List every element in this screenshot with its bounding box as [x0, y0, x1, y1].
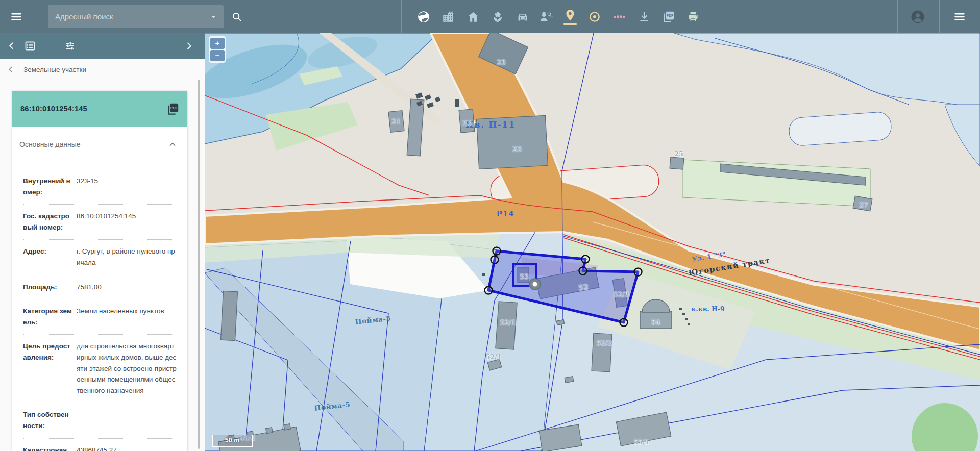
field-row: Тип собственности:	[23, 403, 178, 438]
download-tool-button[interactable]	[634, 6, 654, 28]
toolbar-divider	[897, 0, 898, 33]
globe-icon	[417, 10, 430, 23]
target-tool-button[interactable]	[584, 6, 605, 28]
field-label: Гос. кадастровый номер:	[23, 211, 72, 233]
field-value: 86:10:0101254:145	[77, 211, 178, 233]
sidebar-header	[0, 33, 205, 59]
map-zoom-control: + −	[209, 36, 226, 63]
city-tool-button[interactable]	[438, 6, 458, 28]
field-value	[77, 409, 178, 431]
field-rows: Внутренний номер:323-15 Гос. кадастровый…	[12, 156, 187, 451]
field-label: Кадастровая стоимость:	[23, 445, 72, 451]
toolbar-divider	[401, 0, 402, 33]
field-row: Внутренний номер:323-15	[23, 169, 178, 205]
download-icon	[638, 10, 651, 23]
map-pin-icon	[564, 9, 577, 22]
search-icon	[231, 11, 242, 22]
home-tool-button[interactable]	[463, 6, 483, 28]
breadcrumb[interactable]: Земельные участки	[0, 59, 205, 73]
staff-tool-button[interactable]	[536, 6, 556, 28]
transport-tool-button[interactable]	[512, 6, 533, 28]
svg-text:PDF: PDF	[667, 14, 673, 17]
chevron-up-icon	[168, 140, 177, 149]
parcel-card-header: 86:10:0101254:145 PDF	[12, 91, 187, 127]
address-search-input[interactable]: Адресный поиск	[48, 5, 224, 28]
place-tool-button-active[interactable]	[560, 6, 580, 28]
field-label: Адрес:	[23, 246, 72, 268]
pdf-export-tool-button[interactable]: PDF	[658, 6, 679, 28]
cadastral-map	[205, 33, 980, 451]
field-label: Площадь:	[23, 282, 72, 293]
chevron-right-icon	[184, 40, 195, 52]
section-main-data[interactable]: Основные данные	[12, 127, 187, 156]
map-point-marker-center	[533, 282, 537, 287]
field-row: Гос. кадастровый номер:86:10:0101254:145	[23, 205, 178, 240]
top-toolbar: Адресный поиск	[0, 0, 980, 33]
field-value: 43868745,27	[77, 445, 178, 451]
pdf-file-icon: PDF	[662, 10, 675, 23]
chevron-left-icon	[7, 65, 15, 73]
search-placeholder: Адресный поиск	[55, 12, 208, 21]
field-label: Категория земель:	[23, 306, 72, 328]
account-button[interactable]	[908, 6, 928, 28]
zoom-out-button[interactable]: −	[210, 50, 225, 61]
map-scale-bar: 50 m	[212, 435, 253, 447]
city-buildings-icon	[442, 10, 455, 23]
more-tools-button[interactable]	[609, 6, 630, 28]
svg-text:PDF: PDF	[170, 106, 178, 109]
field-value: 323-15	[77, 176, 178, 197]
breadcrumb-label: Земельные участки	[23, 66, 86, 73]
globe-tool-button[interactable]	[413, 6, 434, 28]
field-row: Адрес:г. Сургут, в районе нулевого прича…	[23, 240, 178, 275]
main-menu-button[interactable]	[6, 6, 27, 28]
toolbar-divider	[939, 0, 940, 33]
list-icon	[24, 40, 36, 52]
target-icon	[588, 10, 601, 23]
panel-filter-button[interactable]	[61, 38, 79, 54]
section-title: Основные данные	[19, 140, 166, 148]
panel-back-button[interactable]	[3, 38, 20, 54]
field-value: 7581,00	[77, 282, 178, 293]
hamburger-icon	[953, 10, 966, 23]
zoom-in-button[interactable]: +	[210, 38, 225, 49]
ellipsis-dots-icon	[612, 10, 627, 23]
toolbar-divider	[32, 0, 32, 33]
tune-sliders-icon	[64, 40, 76, 52]
print-tool-button[interactable]	[683, 6, 703, 28]
flower-icon	[491, 10, 504, 23]
panel-list-button[interactable]	[21, 38, 39, 54]
sidebar-scrollbar[interactable]	[198, 80, 200, 449]
pdf-file-icon: PDF	[166, 102, 180, 116]
right-menu-button[interactable]	[949, 6, 970, 28]
search-button[interactable]	[227, 6, 247, 28]
field-value: для строительства многоквартирных жилых …	[77, 341, 178, 396]
field-label: Внутренний номер:	[23, 176, 72, 197]
engineer-icon	[539, 10, 553, 23]
account-icon	[910, 9, 925, 24]
field-row: Площадь:7581,00	[23, 275, 178, 300]
chevron-down-icon[interactable]	[208, 12, 218, 22]
parcel-cadastral-number: 86:10:0101254:145	[20, 105, 164, 113]
printer-icon	[687, 10, 700, 23]
parcel-card: 86:10:0101254:145 PDF Основные данные Вн…	[12, 91, 187, 451]
sidebar-panel: Земельные участки 86:10:0101254:145 PDF …	[0, 59, 205, 451]
hamburger-icon	[10, 10, 23, 23]
field-value: г. Сургут, в районе нулевого причала	[77, 246, 178, 268]
home-icon	[467, 10, 480, 23]
nature-tool-button[interactable]	[487, 6, 508, 28]
map-canvas[interactable]: Кв. П-11232323212527Р14Ул. 1 "З"Югорский…	[205, 33, 980, 451]
car-icon	[516, 10, 529, 23]
panel-collapse-button[interactable]	[181, 38, 198, 54]
field-label: Тип собственности:	[23, 409, 72, 431]
section-collapse-button[interactable]	[166, 138, 179, 151]
field-label: Цель предоставления:	[23, 341, 72, 396]
field-row: Категория земель:Земли населенных пункто…	[23, 299, 178, 335]
field-row: Кадастровая стоимость:43868745,27	[23, 439, 178, 451]
field-row: Цель предоставления:для строительства мн…	[23, 335, 178, 403]
active-tool-underline	[564, 23, 577, 25]
chevron-left-icon	[6, 40, 17, 52]
field-value: Земли населенных пунктов	[77, 306, 178, 328]
parcel-pdf-button[interactable]: PDF	[164, 101, 181, 117]
